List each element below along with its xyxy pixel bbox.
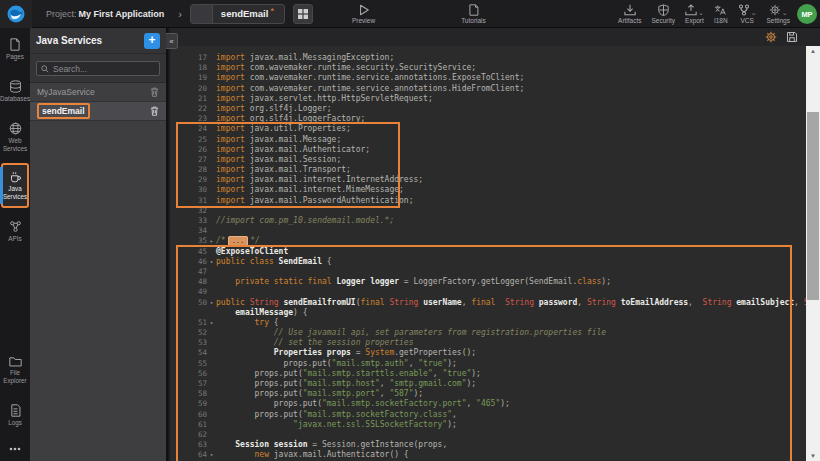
sidebar-item-web-services[interactable]: Web Services	[1, 114, 29, 160]
topbar-action-export[interactable]: ⌄Export	[685, 0, 704, 28]
gutter: 50▾	[170, 298, 216, 308]
code-text: import com.wavemaker.runtime.service.ann…	[216, 84, 524, 94]
sidebar-item-pages[interactable]: Pages	[1, 30, 29, 68]
code-line-27[interactable]: 27import javax.mail.Session;	[170, 155, 806, 165]
service-item-sendemail[interactable]: sendEmail	[30, 102, 166, 121]
gutter: 45	[170, 247, 216, 257]
code-line-49[interactable]: 49	[170, 287, 806, 297]
code-line-32[interactable]: 32	[170, 206, 806, 216]
code-line-22[interactable]: 22import org.slf4j.Logger;	[170, 104, 806, 114]
gutter: 53	[170, 338, 216, 348]
code-line-wrap[interactable]: emailMessage) {	[170, 308, 806, 318]
code-line-53[interactable]: 53 // set the session properties	[170, 338, 806, 348]
code-line-51[interactable]: 51▾ try {	[170, 318, 806, 328]
scroll-up-arrow[interactable]: ▲	[806, 46, 820, 56]
code-line-59[interactable]: 59 props.put("mail.smtp.socketFactory.po…	[170, 399, 806, 409]
fold-toggle-icon[interactable]: ▾	[207, 298, 216, 308]
code-line-57[interactable]: 57 props.put("mail.smtp.host", "smtp.gma…	[170, 379, 806, 389]
pages-icon	[9, 38, 21, 51]
delete-icon[interactable]	[150, 87, 159, 97]
code-line-55[interactable]: 55 props.put("mail.smtp.auth", "true");	[170, 359, 806, 369]
tab-grid-button[interactable]	[293, 4, 313, 24]
code-line-34[interactable]: 34	[170, 226, 806, 236]
code-line-19[interactable]: 19import com.wavemaker.runtime.service.a…	[170, 73, 806, 83]
topbar-action-i18n[interactable]: I18N	[714, 0, 728, 28]
fold-toggle-icon[interactable]: ▾	[207, 318, 216, 328]
user-avatar[interactable]: MP	[797, 4, 817, 24]
sidebar-more-button[interactable]	[0, 436, 30, 461]
wavemaker-logo[interactable]	[0, 0, 32, 28]
sidebar-item-java-services[interactable]: Java Services	[1, 163, 29, 208]
line-number: 35	[198, 236, 207, 246]
code-line-23[interactable]: 23import org.slf4j.LoggerFactory;	[170, 114, 806, 124]
save-icon[interactable]	[786, 31, 798, 43]
code-line-29[interactable]: 29import javax.mail.internet.InternetAdd…	[170, 175, 806, 185]
service-item-myjavaservice[interactable]: MyJavaService	[30, 83, 166, 102]
code-line-58[interactable]: 58 props.put("mail.smtp.port", "587");	[170, 389, 806, 399]
fold-toggle-icon[interactable]: ▸	[207, 236, 216, 246]
code-line-26[interactable]: 26import javax.mail.Authenticator;	[170, 145, 806, 155]
line-number: 53	[198, 338, 207, 348]
ellipsis-icon	[9, 447, 21, 451]
sidebar-item-databases[interactable]: Databases	[1, 72, 29, 110]
sidebar-item-logs[interactable]: Logs	[1, 396, 29, 434]
code-line-45[interactable]: 45@ExposeToClient	[170, 247, 806, 257]
topbar-action-security[interactable]: Security	[652, 0, 675, 28]
code-line-33[interactable]: 33//import com.pm_10.sendemail.model.*;	[170, 216, 806, 226]
fold-toggle-icon[interactable]: ▾	[207, 257, 216, 267]
topbar-action-vcs[interactable]: ⌄VCS	[738, 0, 757, 28]
code-line-61[interactable]: 61 "javax.net.ssl.SSLSocketFactory");	[170, 420, 806, 430]
collapse-panel-button[interactable]: «	[166, 33, 178, 49]
line-number: 59	[198, 399, 207, 409]
code-line-30[interactable]: 30import javax.mail.internet.MimeMessage…	[170, 185, 806, 195]
open-file-tab[interactable]: sendEmail *	[190, 4, 285, 24]
topbar-action-tutorials[interactable]: Tutorials	[461, 0, 486, 28]
code-line-63[interactable]: 63 Session session = Session.getInstance…	[170, 440, 806, 450]
topbar-action-preview[interactable]: Preview	[352, 0, 375, 28]
project-name[interactable]: My First Application	[79, 9, 165, 19]
code-line-31[interactable]: 31import javax.mail.PasswordAuthenticati…	[170, 196, 806, 206]
topbar-action-label: VCS	[740, 17, 753, 24]
scrollbar-thumb[interactable]	[807, 112, 819, 300]
code-text: import org.slf4j.Logger;	[216, 104, 332, 114]
artifacts-download-icon	[624, 4, 636, 16]
line-number: 34	[198, 226, 207, 236]
code-line-20[interactable]: 20import com.wavemaker.runtime.service.a…	[170, 84, 806, 94]
code-line-50[interactable]: 50▾public String sendEmailfromUI(final S…	[170, 298, 806, 308]
topbar-action-icon-row: ⌄	[738, 4, 757, 16]
code-line-17[interactable]: 17import javax.mail.MessagingException;	[170, 53, 806, 63]
sidebar-item-apis[interactable]: APIs	[1, 212, 29, 250]
code-editor[interactable]: 17import javax.mail.MessagingException;1…	[170, 28, 820, 461]
code-line-62[interactable]: 62	[170, 430, 806, 440]
editor-settings-gear-icon[interactable]	[765, 31, 777, 43]
topbar-action-artifacts[interactable]: Artifacts	[618, 0, 641, 28]
code-line-21[interactable]: 21import javax.servlet.http.HttpServletR…	[170, 94, 806, 104]
gutter: 60	[170, 410, 216, 420]
code-line-54[interactable]: 54 Properties props = System.getProperti…	[170, 348, 806, 358]
search-input[interactable]	[53, 64, 155, 74]
code-scroll-area[interactable]: 17import javax.mail.MessagingException;1…	[170, 46, 806, 461]
add-service-button[interactable]: +	[144, 33, 160, 49]
folded-region-chip[interactable]: ...	[228, 236, 249, 246]
code-line-47[interactable]: 47	[170, 267, 806, 277]
delete-icon[interactable]	[150, 106, 159, 116]
code-line-48[interactable]: 48 private static final Logger logger = …	[170, 277, 806, 287]
code-line-52[interactable]: 52 // Use javamail api, set parameters f…	[170, 328, 806, 338]
topbar-action-settings[interactable]: ⌄Settings	[767, 0, 791, 28]
scroll-down-arrow[interactable]: ▼	[806, 451, 820, 461]
fold-toggle-icon[interactable]: ▾	[207, 450, 216, 460]
sidebar-item-file-explorer[interactable]: File Explorer	[1, 348, 29, 392]
code-line-28[interactable]: 28import javax.mail.Transport;	[170, 165, 806, 175]
line-number: 23	[198, 114, 207, 124]
code-line-64[interactable]: 64▾ new javax.mail.Authenticator() {	[170, 450, 806, 460]
code-line-60[interactable]: 60 props.put("mail.smtp.socketFactory.cl…	[170, 410, 806, 420]
code-line-56[interactable]: 56 props.put("mail.smtp.starttls.enable"…	[170, 369, 806, 379]
code-line-35[interactable]: 35▸/*...*/	[170, 236, 806, 246]
code-line-25[interactable]: 25import javax.mail.Message;	[170, 135, 806, 145]
editor-scrollbar[interactable]: ▲ ▼	[806, 46, 820, 461]
code-line-46[interactable]: 46▾public class SendEmail {	[170, 257, 806, 267]
code-line-24[interactable]: 24import java.util.Properties;	[170, 124, 806, 134]
gutter: 25	[170, 135, 216, 145]
gutter: 55	[170, 359, 216, 369]
code-line-18[interactable]: 18import com.wavemaker.runtime.security.…	[170, 63, 806, 73]
